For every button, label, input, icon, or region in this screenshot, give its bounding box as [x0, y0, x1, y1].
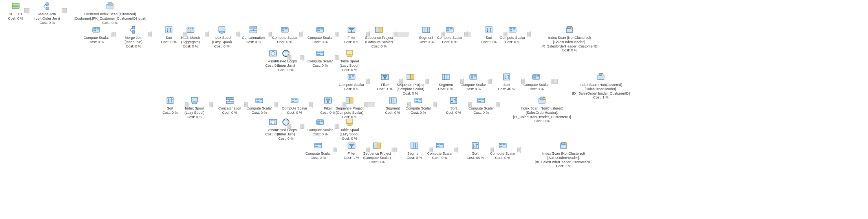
ixscan-icon — [538, 96, 546, 105]
arrow — [407, 102, 411, 107]
plan-node-ixscan4[interactable]: Index Scan (NonClustered)[SalesOrderHead… — [520, 141, 607, 168]
node-cost: Cost: 0 % — [334, 87, 369, 91]
arrow — [366, 79, 370, 84]
arrow — [148, 32, 152, 36]
computescalar-icon — [532, 73, 540, 81]
spool-icon — [218, 26, 226, 34]
node-cost: Cost: 0 % — [485, 156, 520, 160]
arrow — [460, 79, 464, 84]
computescalar-icon — [255, 96, 264, 105]
segment-icon — [422, 26, 430, 34]
arrow — [364, 102, 375, 107]
arrow — [300, 55, 304, 60]
concat-icon — [225, 96, 234, 105]
sort-icon — [165, 26, 173, 34]
computescalar-icon — [414, 96, 423, 105]
ixscan-icon — [597, 73, 605, 81]
computescalar-icon — [316, 26, 324, 34]
node-cost: Cost: 0 % — [463, 111, 499, 115]
node-cost: Cost: 0 % — [499, 119, 585, 123]
node-cost: Cost: 0 % — [332, 68, 367, 72]
arrow — [111, 32, 116, 36]
computescalar-icon — [92, 26, 101, 34]
filter-icon — [347, 141, 356, 150]
arrow — [205, 32, 209, 36]
mergejoin-icon — [43, 2, 51, 11]
node-cost: Cost: 0 % — [116, 44, 151, 49]
arrow — [299, 32, 303, 36]
plan-node-ixscan2[interactable]: Index Scan (NonClustered)[SalesOrderHead… — [558, 73, 644, 100]
arrow — [236, 32, 240, 36]
filter-icon — [324, 96, 332, 105]
computescalar-icon — [436, 141, 444, 150]
node-subtitle: (Left Outer Join) — [29, 16, 65, 21]
arrow — [288, 55, 291, 60]
node-subtitle: [SalesOrderHeader].[IX_SalesOrderHeader_… — [558, 87, 644, 96]
node-subtitle: (Lazy Spool) — [332, 132, 367, 137]
arrow — [464, 32, 471, 36]
node-subtitle: (Lazy Spool) — [177, 111, 212, 115]
node-subtitle: [SalesOrderHeader].[IX_SalesOrderHeader_… — [526, 40, 613, 49]
seqproj-icon — [345, 96, 354, 105]
node-cost: Cost: 0 % — [393, 91, 428, 96]
arrow — [209, 102, 213, 107]
node-subtitle: [Customer].[PK_Customer_CustomerID] [cus… — [67, 16, 153, 21]
arrow — [551, 79, 558, 84]
arrow — [335, 124, 339, 129]
node-cost: Cost: 0 % — [518, 87, 554, 91]
plan-node-cis[interactable]: Clustered Index Scan (Clustered)[Custome… — [67, 2, 153, 25]
arrow — [300, 124, 304, 129]
node-subtitle: (Lazy Spool) — [332, 64, 367, 68]
node-cost: Cost: 0 % — [173, 44, 208, 49]
segment-icon — [441, 73, 450, 81]
node-subtitle: (Inner Join) — [268, 64, 304, 68]
arrow — [288, 124, 291, 129]
node-cost: Cost: 0 % — [29, 21, 65, 25]
node-subtitle: (Lazy Spool) — [204, 40, 240, 44]
filter-icon — [381, 73, 389, 81]
cis-icon — [106, 2, 114, 11]
arrow — [335, 32, 339, 36]
arrow — [504, 32, 507, 36]
arrow — [185, 102, 189, 107]
plan-node-ixscan1[interactable]: Index Scan (NonClustered)[SalesOrderHead… — [526, 26, 613, 53]
tablespool-icon — [345, 118, 354, 126]
arrow — [342, 102, 346, 107]
computescalar-icon — [347, 73, 356, 81]
plan-node-ixscan3[interactable]: Index Scan (NonClustered)[SalesOrderHead… — [499, 96, 585, 123]
node-cost: Cost: 0 % — [268, 137, 304, 141]
node-title: Index Scan (NonClustered) — [499, 106, 585, 111]
seqproj-icon — [373, 141, 381, 150]
sort-icon — [166, 96, 174, 105]
arrow — [335, 55, 339, 60]
sort-icon — [449, 96, 458, 105]
select-icon — [11, 2, 20, 11]
node-cost: Cost: 0 % — [302, 40, 338, 44]
segment-icon — [410, 141, 419, 150]
node-cost: Cost: 0 % — [177, 115, 212, 119]
arrow — [366, 148, 370, 152]
arrow — [517, 148, 521, 152]
arrow — [24, 8, 29, 13]
computescalar-icon — [508, 26, 517, 34]
node-subtitle: (Inner Join) — [268, 132, 304, 137]
node-subtitle: (Inner Join) — [116, 40, 151, 44]
node-cost: Cost: 0 % — [236, 40, 271, 44]
seqproj-icon — [375, 26, 383, 34]
arrow — [527, 32, 531, 36]
arrow — [490, 148, 494, 152]
spool-icon — [190, 96, 199, 105]
arrow — [62, 8, 67, 13]
node-cost: Cost: 0 % — [359, 160, 395, 164]
arrow — [433, 102, 437, 107]
node-cost: Cost: 0 % — [361, 44, 397, 49]
node-cost: Cost: 0 % — [277, 111, 312, 115]
node-cost: Cost: 0 % — [332, 137, 367, 141]
filter-icon — [347, 26, 356, 34]
computescalar-icon — [445, 26, 454, 34]
computescalar-icon — [290, 96, 299, 105]
arrow — [183, 32, 187, 36]
arrow — [244, 102, 248, 107]
concat-icon — [249, 26, 258, 34]
node-subtitle: (Compute Scalar) — [359, 156, 395, 160]
